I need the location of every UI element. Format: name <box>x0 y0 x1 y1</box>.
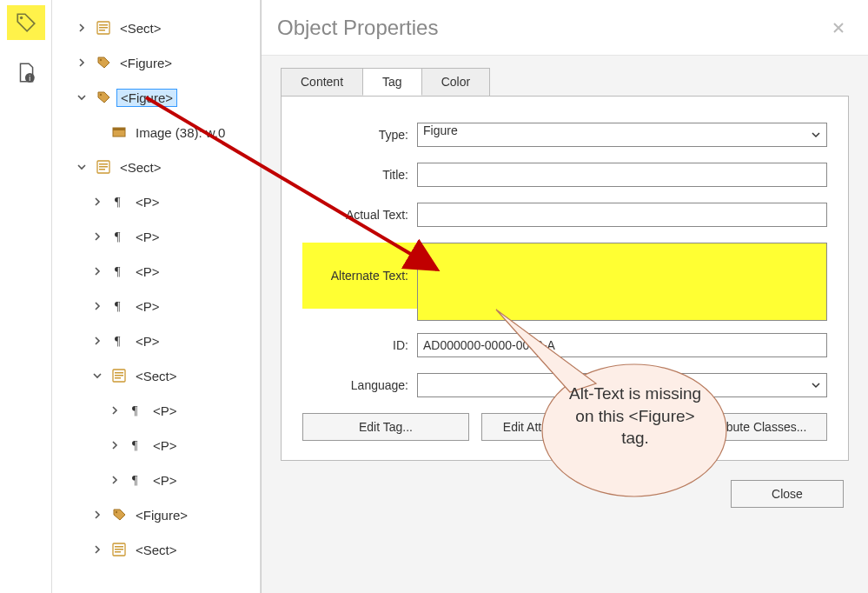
tree-row[interactable]: ¶<P> <box>52 463 260 497</box>
p-icon: ¶ <box>111 229 127 244</box>
collapse-icon[interactable] <box>73 161 90 174</box>
p-icon: ¶ <box>129 472 144 488</box>
tree-item-label[interactable]: <P> <box>132 298 163 315</box>
expand-icon[interactable] <box>106 439 123 452</box>
p-icon: ¶ <box>111 298 127 314</box>
svg-text:¶: ¶ <box>132 404 138 417</box>
actual-text-input[interactable] <box>417 203 827 227</box>
expand-icon[interactable] <box>89 300 106 313</box>
expand-icon[interactable] <box>89 543 106 556</box>
tab-tag-page: Type: Figure Title: Actual Text: Alterna… <box>281 96 849 461</box>
svg-rect-23 <box>115 377 121 379</box>
tree-item-label[interactable]: <P> <box>149 437 181 454</box>
tab-tag[interactable]: Tag <box>362 68 422 96</box>
tree-item-label[interactable]: <Sect> <box>132 542 181 558</box>
p-icon: ¶ <box>111 333 127 349</box>
tree-item-label[interactable]: <Figure> <box>116 89 177 107</box>
svg-point-8 <box>100 94 102 96</box>
expand-icon[interactable] <box>73 22 90 35</box>
tool-strip: i <box>0 0 52 593</box>
sect-icon <box>96 20 111 36</box>
type-select[interactable]: Figure <box>417 123 827 147</box>
page-info-tool-button[interactable]: i <box>7 56 45 90</box>
tree-item-label[interactable]: <P> <box>149 403 181 419</box>
expand-icon[interactable] <box>89 265 106 278</box>
tree-item-label[interactable]: <Figure> <box>116 55 176 71</box>
tree-item-label[interactable]: <Sect> <box>116 20 165 37</box>
tree-item-label[interactable]: <P> <box>132 333 163 350</box>
svg-point-27 <box>116 511 117 513</box>
sect-icon <box>96 159 111 175</box>
sect-icon <box>111 542 127 557</box>
expand-icon[interactable] <box>89 335 106 348</box>
svg-rect-31 <box>115 551 121 553</box>
tree-row[interactable]: ¶<P> <box>52 323 260 358</box>
expand-icon[interactable] <box>106 404 123 417</box>
svg-text:¶: ¶ <box>115 265 121 278</box>
id-input[interactable] <box>417 333 827 357</box>
expand-icon[interactable] <box>89 196 106 209</box>
type-label: Type: <box>302 128 417 142</box>
tree-item-label[interactable]: <Figure> <box>132 507 191 523</box>
expand-icon[interactable] <box>73 57 90 70</box>
tags-tool-button[interactable] <box>7 5 45 40</box>
tree-item-label[interactable]: <P> <box>132 229 163 245</box>
tree-item-label[interactable]: <Sect> <box>132 368 181 384</box>
tree-item-label[interactable]: <Sect> <box>116 159 165 176</box>
title-input[interactable] <box>417 163 827 187</box>
tree-row[interactable]: <Figure> <box>52 497 260 532</box>
tree-row[interactable]: Image (38): w.0 <box>52 115 260 150</box>
close-button[interactable]: Close <box>731 480 844 508</box>
tree-row[interactable]: <Figure> <box>52 45 260 80</box>
object-properties-dialog: Object Properties Content Tag Color Type… <box>261 0 868 593</box>
dialog-header: Object Properties <box>262 0 868 56</box>
expand-icon[interactable] <box>89 230 106 243</box>
dialog-title: Object Properties <box>277 16 438 40</box>
edit-attribute-classes-button[interactable]: Edit Attribute Classes... <box>660 413 827 441</box>
edit-tag-button[interactable]: Edit Tag... <box>302 413 469 441</box>
tree-row[interactable]: ¶<P> <box>52 393 260 428</box>
chevron-down-icon <box>811 130 821 140</box>
expand-icon[interactable] <box>89 509 106 522</box>
tree-row[interactable]: <Figure> <box>52 80 260 115</box>
svg-text:¶: ¶ <box>115 230 121 243</box>
alternate-text-label: Alternate Text: <box>302 243 417 309</box>
dialog-close-button[interactable] <box>825 14 852 42</box>
tree-row[interactable]: ¶<P> <box>52 219 260 254</box>
p-icon: ¶ <box>129 437 144 453</box>
close-icon <box>832 22 845 34</box>
tree-row[interactable]: <Sect> <box>52 358 260 393</box>
figure-icon <box>111 507 127 523</box>
expand-icon[interactable] <box>106 474 123 487</box>
tree-item-label[interactable]: Image (38): w.0 <box>132 124 229 141</box>
tags-tree-panel: <Sect><Figure><Figure>Image (38): w.0<Se… <box>52 0 261 593</box>
tab-content[interactable]: Content <box>281 68 363 96</box>
figure-icon <box>96 55 111 70</box>
tree-item-label[interactable]: <P> <box>149 472 181 489</box>
tree-item-label[interactable]: <P> <box>132 263 163 280</box>
dialog-tabs: Content Tag Color <box>281 68 849 96</box>
svg-rect-10 <box>113 128 125 130</box>
tree-row[interactable]: ¶<P> <box>52 184 260 219</box>
language-select[interactable] <box>417 373 827 397</box>
tree-row[interactable]: ¶<P> <box>52 428 260 463</box>
alternate-text-input[interactable] <box>417 243 827 321</box>
sect-icon <box>111 368 127 383</box>
chevron-down-icon <box>811 380 821 390</box>
tab-color[interactable]: Color <box>421 68 490 96</box>
page-info-icon: i <box>15 62 37 84</box>
tag-icon <box>15 11 37 34</box>
tree-row[interactable]: <Sect> <box>52 532 260 567</box>
tree-row[interactable]: <Sect> <box>52 150 260 184</box>
collapse-icon[interactable] <box>73 91 90 104</box>
tree-item-label[interactable]: <P> <box>132 194 163 210</box>
svg-rect-30 <box>115 549 123 550</box>
tree-row[interactable]: ¶<P> <box>52 289 260 323</box>
tree-row[interactable]: <Sect> <box>52 10 260 45</box>
edit-attribute-objects-button[interactable]: Edit Attribute Objects... <box>481 413 648 441</box>
tree-row[interactable]: ¶<P> <box>52 254 260 289</box>
figure-icon <box>96 90 111 105</box>
svg-text:¶: ¶ <box>115 196 121 209</box>
collapse-icon[interactable] <box>89 370 106 383</box>
svg-text:¶: ¶ <box>132 474 138 487</box>
